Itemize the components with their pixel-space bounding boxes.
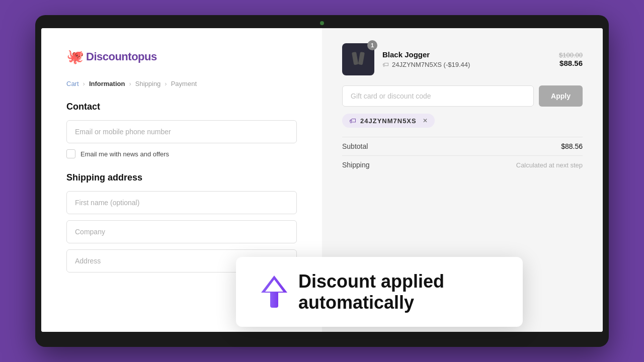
breadcrumb-sep-1: › xyxy=(83,80,85,87)
discount-code-row: Apply xyxy=(342,85,583,107)
product-discount-row: 🏷 24JZYNM7N5XS (-$19.44) xyxy=(382,61,551,68)
subtotal-label: Subtotal xyxy=(342,142,368,150)
company-input[interactable] xyxy=(66,220,297,243)
apply-button[interactable]: Apply xyxy=(539,85,583,107)
logo-text-before: Discount xyxy=(86,50,131,63)
logo-text-highlight: o xyxy=(131,50,138,63)
shipping-section-title: Shipping address xyxy=(66,172,297,183)
sale-price: $88.56 xyxy=(559,59,583,67)
subtotal-value: $88.56 xyxy=(561,142,583,150)
product-prices: $100.00 $88.56 xyxy=(559,51,583,67)
breadcrumb-cart[interactable]: Cart xyxy=(66,80,79,87)
applied-tag-text: 24JZYNM7N5XS xyxy=(360,117,417,125)
breadcrumb-payment: Payment xyxy=(171,80,197,87)
shipping-label: Shipping xyxy=(342,161,370,169)
laptop-screen: 🐙 Discountopus Cart › Information › Ship… xyxy=(41,28,603,332)
breadcrumb-information: Information xyxy=(89,80,125,87)
logo-text: Discountopus xyxy=(86,50,157,63)
right-panel: 1 Black Jogger 🏷 24JZYNM7N5XS (-$19.44) … xyxy=(322,28,603,332)
applied-tag-icon: 🏷 xyxy=(349,117,356,125)
product-name: Black Jogger xyxy=(382,50,551,59)
subtotal-row: Subtotal $88.56 xyxy=(342,137,583,155)
shipping-value: Calculated at next step xyxy=(516,161,583,169)
discount-code-input[interactable] xyxy=(342,85,534,107)
product-discount-text: 24JZYNM7N5XS (-$19.44) xyxy=(392,61,470,68)
logo-text-after: pus xyxy=(138,50,157,63)
first-name-input[interactable] xyxy=(66,191,297,214)
product-image-svg xyxy=(349,50,367,68)
product-quantity-badge: 1 xyxy=(367,40,377,50)
newsletter-label: Email me with news and offers xyxy=(80,150,169,158)
svg-rect-0 xyxy=(352,52,358,65)
product-info: Black Jogger 🏷 24JZYNM7N5XS (-$19.44) xyxy=(382,50,551,68)
svg-rect-1 xyxy=(358,52,365,65)
product-row: 1 Black Jogger 🏷 24JZYNM7N5XS (-$19.44) … xyxy=(342,43,583,75)
tooltip-text: Discount applied automatically xyxy=(322,271,499,313)
email-input[interactable] xyxy=(66,120,297,143)
breadcrumb-sep-2: › xyxy=(129,80,131,87)
laptop-camera xyxy=(320,21,324,25)
tooltip-overlay: Discount applied automatically xyxy=(322,257,523,327)
logo: 🐙 Discountopus xyxy=(66,48,297,65)
original-price: $100.00 xyxy=(559,51,583,59)
breadcrumb-sep-3: › xyxy=(165,80,167,87)
applied-discount-tag: 🏷 24JZYNM7N5XS ✕ xyxy=(342,114,435,128)
shipping-row: Shipping Calculated at next step xyxy=(342,155,583,174)
logo-icon: 🐙 xyxy=(66,48,84,65)
product-image-wrap: 1 xyxy=(342,43,374,75)
newsletter-checkbox[interactable] xyxy=(66,149,75,158)
contact-section-title: Contact xyxy=(66,102,297,112)
discount-icon: 🏷 xyxy=(382,61,389,68)
laptop-frame: 🐙 Discountopus Cart › Information › Ship… xyxy=(35,15,609,347)
breadcrumb-shipping: Shipping xyxy=(135,80,161,87)
remove-discount-button[interactable]: ✕ xyxy=(423,117,428,124)
breadcrumb: Cart › Information › Shipping › Payment xyxy=(66,80,297,87)
newsletter-row: Email me with news and offers xyxy=(66,149,297,158)
